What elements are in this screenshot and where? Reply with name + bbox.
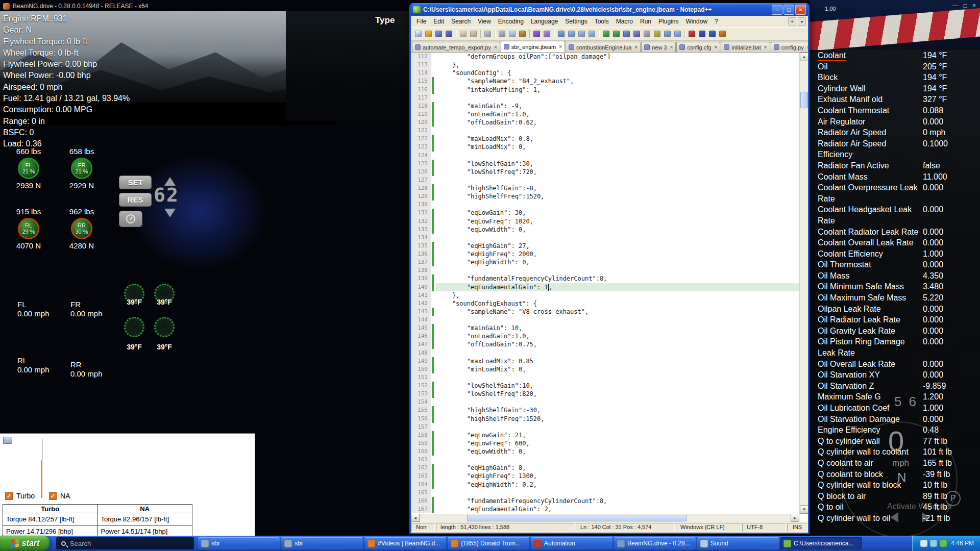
document-map-icon[interactable] [663,29,672,39]
code-line[interactable]: 120 "offLoadGain":0.62, [411,118,799,127]
close-all-icon[interactable] [469,29,478,39]
code-line[interactable]: 132 "eqLowFreq": 1020, [411,217,799,226]
tab-close-icon[interactable]: × [714,44,717,50]
taskbar-item[interactable]: C:\Users\icsamerica... [780,537,862,549]
tab-close-icon[interactable]: × [764,44,767,50]
code-line[interactable]: 121 [411,127,799,135]
code-line[interactable]: 150 "minLoadMix": 0, [411,365,799,373]
menu-run[interactable]: Run [636,17,655,26]
cruise-set-button[interactable]: SET [119,176,152,189]
menu-macro[interactable]: Macro [612,17,636,26]
code-line[interactable]: 122 "maxLoadMix": 0.8, [411,135,799,143]
menu-file[interactable]: File [413,17,430,26]
menu-tools[interactable]: Tools [591,17,612,26]
checkbox-checked-icon[interactable]: ✓ [5,492,13,500]
menu-help[interactable]: ? [711,17,722,26]
taskbar-item[interactable]: Automation [531,537,612,549]
code-line[interactable]: 154 [411,398,799,406]
tab-close-icon[interactable]: × [807,44,808,50]
vertical-scrollbar[interactable]: ▲ ▼ [799,53,808,514]
open-file-icon[interactable] [424,29,433,39]
document-list-icon[interactable] [673,29,682,39]
tab-close-icon[interactable]: × [670,44,673,50]
code-line[interactable]: 130 [411,201,799,209]
scroll-right-icon[interactable]: ► [791,514,799,522]
code-line[interactable]: 149 "maxLoadMix": 0.85 [411,357,799,365]
tab-close-icon[interactable]: × [634,44,638,50]
taskbar-search[interactable]: Search [56,537,194,549]
menu-search[interactable]: Search [448,17,474,26]
code-line[interactable]: 145 "mainGain": 10, [411,324,799,332]
scroll-down-icon[interactable]: ▼ [800,505,808,514]
replace-icon[interactable] [567,29,576,39]
volume-icon[interactable] [920,540,927,547]
menu-view[interactable]: View [474,17,495,26]
cruise-decrease-icon[interactable] [164,209,176,217]
close-file-icon[interactable] [458,29,468,39]
tab-initialize.bat[interactable]: initialize.bat× [721,42,770,52]
indent-guide-icon[interactable] [642,29,652,39]
tab-config.py[interactable]: config.py× [771,42,808,52]
code-line[interactable]: 147 "offLoadGain":0.75, [411,340,799,348]
undo-icon[interactable] [532,29,542,39]
taskbar-item[interactable]: (1855) Donald Trum... [448,537,529,549]
code-line[interactable]: 126 "lowShelfFreq":720, [411,168,799,176]
code-line[interactable]: 131 "eqLowGain": 30, [411,209,799,217]
menu-language[interactable]: Language [527,17,561,26]
zoom-in-icon[interactable] [577,29,586,39]
function-list-icon[interactable] [652,29,662,39]
save-all-icon[interactable] [444,29,454,39]
code-line[interactable]: 119 "onLoadGain":1.0, [411,110,799,118]
code-line[interactable]: 157 [411,423,799,431]
cruise-gauge-button[interactable] [119,211,142,227]
tab-close-icon[interactable]: × [559,44,562,49]
tab-new-3[interactable]: new 3× [641,42,676,52]
game-minimize-button[interactable]: — [952,2,959,9]
shield-icon[interactable] [940,540,947,547]
sync-horizontal-icon[interactable] [611,29,621,39]
tab-sbr_engine.jbeam[interactable]: sbr_engine.jbeam× [501,41,565,52]
code-line[interactable]: 134 [411,234,799,242]
code-line[interactable]: 160 "eqLowWidth": 0, [411,447,799,456]
copy-icon[interactable] [507,29,517,39]
code-line[interactable]: 165 [411,489,799,497]
cut-icon[interactable] [497,29,507,39]
tray-clock[interactable]: 4:46 PM [951,540,974,547]
code-line[interactable]: 140 "eqFundamentalGain": 1, [411,283,799,291]
code-line[interactable]: 143 "sampleName": "V8_cross_exhaust", [411,308,799,316]
code-line[interactable]: 141 }, [411,291,799,299]
taskbar-item[interactable]: #Videos | BeamNG.d... [364,537,446,549]
code-line[interactable]: 129 "highShelfFreq":1520, [411,192,799,201]
word-wrap-icon[interactable] [622,29,631,39]
code-line[interactable]: 115 "sampleName": "B4_2_exhaust", [411,77,799,85]
save-file-icon[interactable] [434,29,444,39]
print-icon[interactable] [483,29,493,39]
status-insert-mode[interactable]: INS [787,523,807,532]
code-line[interactable]: 135 "eqHighGain": 27, [411,242,799,250]
checkbox-checked-icon[interactable]: ✓ [49,492,57,500]
code-line[interactable]: 123 "minLoadMix": 0, [411,143,799,151]
code-line[interactable]: 161 [411,456,799,464]
code-line[interactable]: 159 "eqLowFreq": 600, [411,439,799,447]
scroll-up-icon[interactable]: ▲ [800,53,808,61]
plus-icon[interactable]: + [788,17,796,26]
code-line[interactable]: 142 "soundConfigExhaust": { [411,299,799,308]
taskbar-item[interactable]: BeamNG.drive - 0.28... [614,537,696,549]
taskbar-item[interactable]: sbr [198,537,280,549]
code-line[interactable]: 137 "eqHighWidth": 0, [411,258,799,266]
code-line[interactable]: 167 "eqFundamentalGain": 2, [411,505,799,513]
scroll-left-icon[interactable]: ◄ [411,514,420,522]
tab-combustionEngine.lua[interactable]: combustionEngine.lua× [566,42,641,52]
minimize-button[interactable]: – [772,5,782,15]
zoom-out-icon[interactable] [587,29,597,39]
code-line[interactable]: 114 "soundConfig": { [411,69,799,77]
code-line[interactable]: 162 "eqHighGain": 8, [411,464,799,472]
game-close-button[interactable]: × [972,2,976,9]
menu-plugins[interactable]: Plugins [655,17,682,26]
tab-close-icon[interactable]: × [494,44,497,50]
network-icon[interactable] [930,540,937,547]
code-line[interactable]: 118 "mainGain": -9, [411,102,799,110]
horizontal-scrollbar[interactable]: ◄ ► [411,514,799,522]
run-macro-multiple-icon[interactable] [718,29,727,39]
code-line[interactable]: 127 [411,176,799,184]
